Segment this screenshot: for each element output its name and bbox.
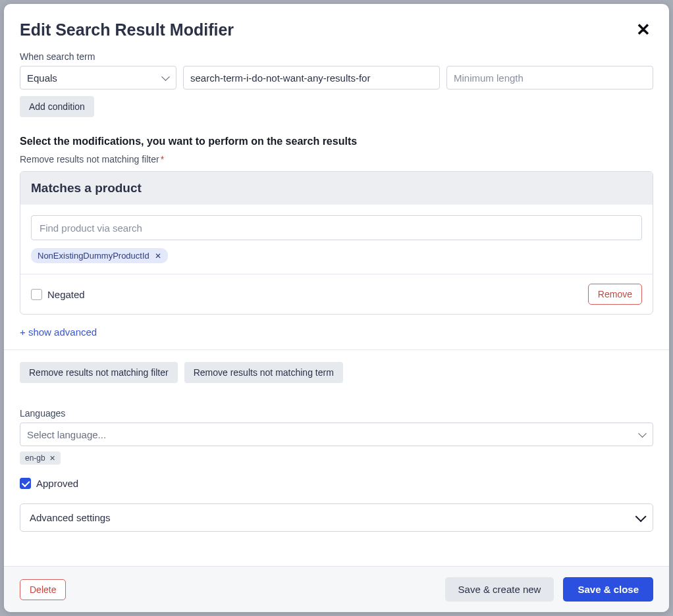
chevron-down-icon xyxy=(635,511,647,522)
modal-body: Edit Search Result Modifier ✕ When searc… xyxy=(4,4,669,566)
modal-footer: Delete Save & create new Save & close xyxy=(4,566,669,612)
edit-modifier-modal: Edit Search Result Modifier ✕ When searc… xyxy=(4,4,669,612)
modification-chips: Remove results not matching filter Remov… xyxy=(20,362,653,383)
negated-checkbox[interactable] xyxy=(31,289,42,300)
approved-label: Approved xyxy=(36,478,78,489)
filter-sublabel-text: Remove results not matching filter xyxy=(20,154,159,165)
language-tag-label: en-gb xyxy=(25,453,45,463)
advanced-settings-label: Advanced settings xyxy=(30,512,111,523)
language-select-wrap: Select language... xyxy=(20,423,653,446)
save-create-new-button[interactable]: Save & create new xyxy=(445,577,554,602)
filter-card-footer: Negated Remove xyxy=(20,274,653,314)
search-term-input[interactable] xyxy=(183,66,440,90)
selected-product-label: NonExistingDummyProductId xyxy=(38,251,149,261)
operator-select-wrap: Equals xyxy=(20,66,176,90)
show-advanced-link[interactable]: + show advanced xyxy=(20,326,97,338)
language-select[interactable]: Select language... xyxy=(20,423,653,446)
remove-product-icon[interactable]: ✕ xyxy=(155,251,161,261)
approved-row: Approved xyxy=(20,478,653,489)
divider xyxy=(4,349,669,350)
languages-label: Languages xyxy=(20,408,653,419)
condition-row: Equals xyxy=(20,66,653,90)
negated-row: Negated xyxy=(31,289,85,300)
modifications-heading: Select the modifications, you want to pe… xyxy=(20,136,653,147)
close-icon[interactable]: ✕ xyxy=(633,20,653,39)
product-search-input[interactable] xyxy=(31,215,642,240)
selected-product-tag: NonExistingDummyProductId ✕ xyxy=(31,248,168,263)
chip-remove-term[interactable]: Remove results not matching term xyxy=(184,362,343,383)
modal-title: Edit Search Result Modifier xyxy=(20,20,234,39)
footer-right: Save & create new Save & close xyxy=(445,577,653,602)
add-condition-button[interactable]: Add condition xyxy=(20,96,94,117)
negated-label: Negated xyxy=(47,289,85,300)
filter-card-body: NonExistingDummyProductId ✕ xyxy=(20,205,653,274)
min-length-input[interactable] xyxy=(446,66,653,90)
filter-sublabel: Remove results not matching filter* xyxy=(20,154,653,165)
chip-remove-filter[interactable]: Remove results not matching filter xyxy=(20,362,178,383)
save-close-button[interactable]: Save & close xyxy=(563,577,653,602)
filter-card: Matches a product NonExistingDummyProduc… xyxy=(20,171,653,315)
condition-label: When search term xyxy=(20,51,653,62)
required-asterisk: * xyxy=(161,154,164,165)
language-tag: en-gb ✕ xyxy=(20,451,61,465)
delete-button[interactable]: Delete xyxy=(20,579,66,600)
remove-filter-button[interactable]: Remove xyxy=(588,284,642,305)
operator-select[interactable]: Equals xyxy=(20,66,176,90)
approved-checkbox[interactable] xyxy=(20,478,31,489)
modal-header: Edit Search Result Modifier ✕ xyxy=(20,20,653,39)
filter-card-title: Matches a product xyxy=(20,172,653,205)
remove-language-icon[interactable]: ✕ xyxy=(49,454,55,463)
advanced-settings-collapse[interactable]: Advanced settings xyxy=(20,503,653,532)
